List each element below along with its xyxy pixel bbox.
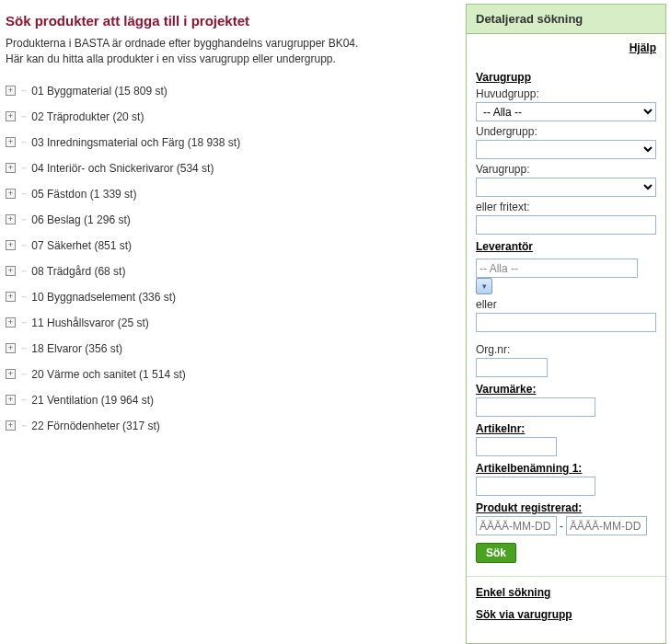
varumarke-section-label: Varumärke: <box>476 383 656 396</box>
leverantor-section-label: Leverantör <box>476 240 656 253</box>
search-panel: Detaljerad sökning Hjälp Varugrupp Huvud… <box>466 4 666 644</box>
simple-search-link[interactable]: Enkel sökning <box>476 586 656 599</box>
tree-connector: ··· <box>21 86 26 96</box>
tree-item-label: 20 Värme och sanitet (1 514 st) <box>31 368 185 381</box>
fritext-label: eller fritext: <box>476 201 656 213</box>
huvudgrupp-label: Huvudgrupp: <box>476 87 656 100</box>
search-via-varugrupp-link[interactable]: Sök via varugrupp <box>476 608 656 621</box>
tree-item[interactable]: +···21 Ventilation (19 964 st) <box>6 392 456 408</box>
leverantor-input[interactable] <box>476 259 638 278</box>
expand-icon[interactable]: + <box>6 343 16 353</box>
search-panel-header: Detaljerad sökning <box>467 5 665 34</box>
date-from-input[interactable] <box>476 516 557 535</box>
tree-connector: ··· <box>21 137 26 147</box>
varugrupp-select[interactable] <box>476 178 656 197</box>
tree-connector: ··· <box>21 343 26 353</box>
tree-item-label: 06 Beslag (1 296 st) <box>31 213 130 226</box>
artikelbenamning-input[interactable] <box>476 477 595 496</box>
page-title: Sök produkter att lägga till i projektet <box>6 13 456 29</box>
tree-connector: ··· <box>21 111 26 121</box>
expand-icon[interactable]: + <box>6 111 16 121</box>
tree-item-label: 07 Säkerhet (851 st) <box>31 239 132 252</box>
expand-icon[interactable]: + <box>6 189 16 199</box>
tree-item[interactable]: +···06 Beslag (1 296 st) <box>6 212 456 228</box>
tree-item[interactable]: +···03 Inredningsmaterial och Färg (18 9… <box>6 134 456 151</box>
help-link[interactable]: Hjälp <box>476 41 656 54</box>
tree-item[interactable]: +···18 Elvaror (356 st) <box>6 340 456 357</box>
tree-connector: ··· <box>21 240 26 250</box>
tree-item-label: 04 Interiör- och Snickerivaror (534 st) <box>31 162 214 175</box>
tree-item-label: 22 Förnödenheter (317 st) <box>31 420 159 432</box>
tree-connector: ··· <box>21 266 26 276</box>
varugrupp-label: Varugrupp: <box>476 163 656 176</box>
tree-item[interactable]: +···11 Hushållsvaror (25 st) <box>6 315 456 331</box>
expand-icon[interactable]: + <box>6 292 16 302</box>
orgnr-label: Org.nr: <box>476 343 656 356</box>
tree-item-label: 08 Trädgård (68 st) <box>31 265 125 278</box>
search-button[interactable]: Sök <box>476 543 516 563</box>
tree-item[interactable]: +···07 Säkerhet (851 st) <box>6 237 456 254</box>
tree-item[interactable]: +···22 Förnödenheter (317 st) <box>6 418 456 434</box>
artikelnr-input[interactable] <box>476 437 557 456</box>
tree-item-label: 18 Elvaror (356 st) <box>31 342 122 355</box>
expand-icon[interactable]: + <box>6 266 16 276</box>
tree-item[interactable]: +···08 Trädgård (68 st) <box>6 263 456 280</box>
produktreg-section-label: Produkt registrerad: <box>476 501 656 514</box>
undergrupp-select[interactable] <box>476 140 656 159</box>
tree-connector: ··· <box>21 317 26 328</box>
expand-icon[interactable]: + <box>6 86 16 96</box>
varumarke-input[interactable] <box>476 397 595 417</box>
tree-item-label: 10 Byggnadselement (336 st) <box>31 291 176 304</box>
left-panel: Sök produkter att lägga till i projektet… <box>4 4 466 644</box>
leverantor-dropdown-icon[interactable]: ▾ <box>476 278 492 294</box>
undergrupp-label: Undergrupp: <box>476 125 656 138</box>
tree-connector: ··· <box>21 369 26 379</box>
tree-connector: ··· <box>21 214 26 224</box>
date-to-input[interactable] <box>566 516 647 535</box>
tree-item-label: 02 Träprodukter (20 st) <box>31 110 144 123</box>
intro-text: Produkterna i BASTA är ordnade efter byg… <box>6 36 456 68</box>
tree-item-label: 01 Byggmaterial (15 809 st) <box>31 85 167 98</box>
tree-item[interactable]: +···20 Värme och sanitet (1 514 st) <box>6 366 456 383</box>
tree-item[interactable]: +···10 Byggnadselement (336 st) <box>6 289 456 305</box>
orgnr-input[interactable] <box>476 358 548 377</box>
expand-icon[interactable]: + <box>6 420 16 431</box>
expand-icon[interactable]: + <box>6 369 16 379</box>
expand-icon[interactable]: + <box>6 163 16 173</box>
tree-connector: ··· <box>21 292 26 302</box>
tree-item[interactable]: +···05 Fästdon (1 339 st) <box>6 186 456 202</box>
product-tree: +···01 Byggmaterial (15 809 st)+···02 Tr… <box>6 83 456 434</box>
tree-item-label: 21 Ventilation (19 964 st) <box>31 394 154 407</box>
expand-icon[interactable]: + <box>6 214 16 224</box>
tree-connector: ··· <box>21 189 26 199</box>
artikelbenamning-section-label: Artikelbenämning 1: <box>476 462 656 475</box>
expand-icon[interactable]: + <box>6 395 16 405</box>
varugrupp-section-label: Varugrupp <box>476 71 656 84</box>
eller-label: eller <box>476 298 656 311</box>
artikelnr-section-label: Artikelnr: <box>476 422 656 435</box>
tree-connector: ··· <box>21 420 26 431</box>
tree-item[interactable]: +···01 Byggmaterial (15 809 st) <box>6 83 456 99</box>
tree-connector: ··· <box>21 163 26 173</box>
tree-item-label: 05 Fästdon (1 339 st) <box>31 188 136 201</box>
fritext-input[interactable] <box>476 215 656 235</box>
huvudgrupp-select[interactable]: -- Alla -- <box>476 102 656 121</box>
expand-icon[interactable]: + <box>6 137 16 147</box>
expand-icon[interactable]: + <box>6 240 16 250</box>
expand-icon[interactable]: + <box>6 317 16 328</box>
tree-connector: ··· <box>21 395 26 405</box>
tree-item[interactable]: +···02 Träprodukter (20 st) <box>6 109 456 125</box>
tree-item-label: 03 Inredningsmaterial och Färg (18 938 s… <box>31 136 240 149</box>
tree-item[interactable]: +···04 Interiör- och Snickerivaror (534 … <box>6 160 456 177</box>
tree-item-label: 11 Hushållsvaror (25 st) <box>31 316 148 329</box>
leverantor-alt-input[interactable] <box>476 313 656 332</box>
